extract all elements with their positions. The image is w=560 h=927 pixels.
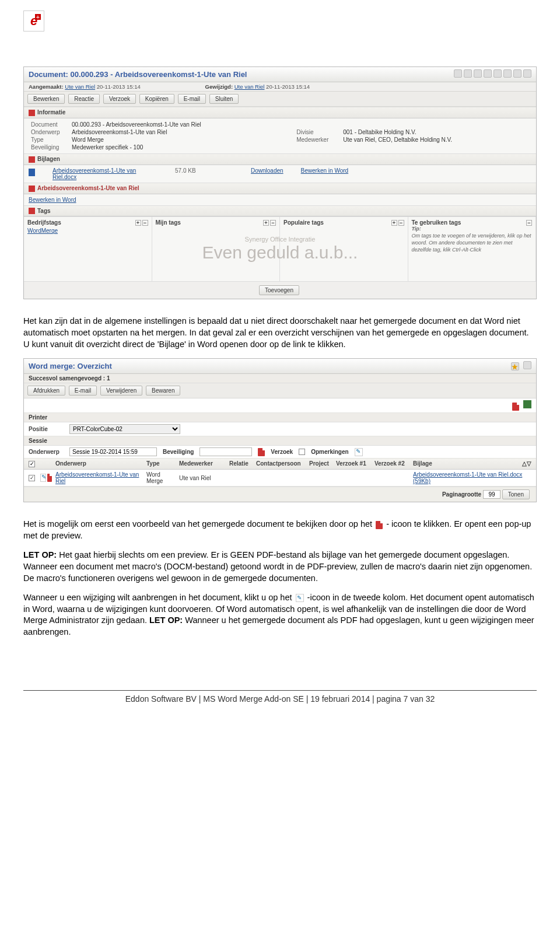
opmerkingen-label: Opmerkingen	[311, 449, 348, 455]
label-beveiliging: Beveiliging	[29, 144, 69, 151]
icon-generic[interactable]	[454, 69, 462, 78]
minus-icon[interactable]: −	[526, 220, 532, 226]
gewijzigd-date: 20-11-2013 15:14	[266, 83, 310, 90]
pdf-icon[interactable]	[512, 403, 519, 411]
value-onderwerp: Arbeidsovereenkomst-1-Ute van Riel	[69, 128, 294, 136]
label-medewerker: Medewerker	[294, 136, 341, 144]
row-bijlage-link[interactable]: Arbeidsovereenkomst-1-Ute van Riel.docx …	[413, 471, 522, 484]
sluiten-button[interactable]: Sluiten	[209, 94, 239, 104]
edit-icon[interactable]	[355, 448, 363, 456]
onderwerp-input[interactable]	[69, 447, 157, 456]
th-type: Type	[146, 460, 176, 467]
edit-icon[interactable]	[40, 474, 46, 482]
logo-plus-icon: +	[35, 14, 41, 20]
bewerken-button[interactable]: Bewerken	[27, 94, 65, 104]
selectall-checkbox[interactable]	[29, 461, 35, 467]
row-onderwerp-link[interactable]: Arbeidsovereenkomst-1-Ute van Riel	[55, 471, 139, 484]
kopieren-button[interactable]: Kopiëren	[139, 94, 174, 104]
row-checkbox[interactable]	[29, 475, 35, 481]
collapse-icon[interactable]	[29, 186, 35, 192]
para-2: Het is mogelijk om eerst een voorbeeld v…	[23, 519, 537, 541]
icon-generic[interactable]	[484, 69, 492, 78]
sort-icon[interactable]: △▽	[522, 460, 531, 467]
value-type: Word Merge	[69, 136, 294, 144]
th-bijlage: Bijlage	[413, 460, 519, 467]
verzoek-checkbox[interactable]	[299, 449, 305, 455]
attachment-size: 57.0 KB	[175, 167, 233, 174]
excel-icon[interactable]	[523, 400, 531, 408]
para-1: Het kan zijn dat in de algemene instelli…	[23, 316, 537, 350]
attachment-link[interactable]: Arbeidsovereenkomst-1-Ute van Riel.docx	[52, 167, 158, 180]
plus-icon[interactable]: +	[391, 220, 397, 226]
tip-body: Om tags toe te voegen of te verwijderen,…	[412, 233, 531, 252]
close-icon[interactable]	[523, 361, 531, 369]
positie-select[interactable]: PRT-ColorCube-02	[69, 424, 180, 434]
word-file-icon	[29, 169, 35, 176]
icon-generic[interactable]	[464, 69, 472, 78]
plus-icon[interactable]: +	[135, 220, 141, 226]
sessie-section: Sessie	[24, 436, 536, 446]
aangemaakt-date: 20-11-2013 15:14	[97, 83, 141, 90]
value-document: 00.000.293 - Arbeidsovereenkomst-1-Ute v…	[69, 121, 294, 128]
table-row: Arbeidsovereenkomst-1-Ute van Riel Word …	[24, 470, 536, 487]
tonen-button[interactable]: Tonen	[502, 489, 530, 499]
th-medewerker: Medewerker	[179, 460, 226, 467]
bewerken-word-link[interactable]: Bewerken in Word	[301, 167, 349, 174]
tag-head-populaire: Populaire tags	[284, 219, 324, 226]
section-informatie: Informatie	[37, 109, 65, 116]
icon-generic[interactable]	[503, 69, 512, 78]
th-verzoek2: Verzoek #2	[374, 460, 410, 467]
reactie-button[interactable]: Reactie	[68, 94, 100, 104]
minus-icon[interactable]: −	[398, 220, 404, 226]
verzoek-button[interactable]: Verzoek	[103, 94, 136, 104]
beveiliging-input[interactable]	[200, 447, 252, 456]
tag-head-mijntags: Mijn tags	[156, 219, 181, 226]
minus-icon[interactable]: −	[270, 220, 276, 226]
value-medewerker: Ute van Riel, CEO, Deltabike Holding N.V…	[341, 136, 531, 144]
section-doc-title: Arbeidsovereenkomst-1-Ute van Riel	[37, 185, 139, 191]
screenshot-document: Document: 00.000.293 - Arbeidsovereenkom…	[23, 67, 537, 299]
tagcol-populaire: Populaire tags+−	[280, 217, 408, 281]
verzoek-label: Verzoek	[271, 449, 293, 455]
tagcol-bedrijfstags: Bedrijfstags+− WordMerge	[24, 217, 152, 281]
gewijzigd-user-link[interactable]: Ute van Riel	[235, 83, 265, 90]
pdf-icon[interactable]	[47, 474, 52, 482]
plus-icon[interactable]: +	[263, 220, 269, 226]
collapse-icon[interactable]	[29, 110, 35, 116]
icon-generic[interactable]	[494, 69, 502, 78]
row-medewerker: Ute van Riel	[179, 475, 226, 481]
aangemaakt-user-link[interactable]: Ute van Riel	[65, 83, 95, 90]
th-contactpersoon: Contactpersoon	[256, 460, 306, 467]
tip-head: Tip:	[412, 226, 421, 232]
toevoegen-button[interactable]: Toevoegen	[259, 285, 299, 295]
collapse-icon[interactable]	[29, 208, 35, 214]
email-button[interactable]: E-mail	[178, 94, 206, 104]
icon-generic[interactable]	[474, 69, 482, 78]
pager-label: Paginagrootte	[442, 491, 481, 498]
download-link[interactable]: Downloaden	[251, 167, 284, 174]
verwijderen-button[interactable]: Verwijderen	[100, 386, 142, 396]
para-3: LET OP: Het gaat hierbij slechts om een …	[23, 550, 537, 584]
label-type: Type	[29, 136, 69, 144]
star-icon[interactable]: ★	[511, 362, 519, 370]
success-message: Succesvol samengevoegd : 1	[24, 374, 536, 383]
tag-wordmerge[interactable]: WordMerge	[27, 228, 148, 234]
printer-section: Printer	[24, 413, 536, 422]
label-divisie: Divisie	[294, 128, 341, 136]
wm-title: Word merge: Overzicht	[29, 362, 112, 370]
collapse-icon[interactable]	[29, 156, 35, 163]
screenshot-wordmerge-overzicht: Word merge: Overzicht ★ Succesvol sameng…	[23, 358, 537, 502]
th-relatie: Relatie	[229, 460, 253, 467]
tagcol-mijntags: Mijn tags+−	[152, 217, 281, 281]
bewerken-in-word-link[interactable]: Bewerken in Word	[29, 197, 76, 203]
pdf-icon	[376, 521, 383, 529]
pdf-icon[interactable]	[258, 448, 265, 456]
afdrukken-button[interactable]: Afdrukken	[27, 386, 65, 396]
email-button[interactable]: E-mail	[69, 386, 97, 396]
minus-icon[interactable]: −	[142, 220, 148, 226]
pager-input[interactable]	[483, 490, 501, 499]
doc-title: Document: 00.000.293 - Arbeidsovereenkom…	[29, 70, 247, 79]
icon-generic[interactable]	[513, 69, 522, 78]
bewaren-button[interactable]: Bewaren	[146, 386, 180, 396]
icon-generic[interactable]	[523, 69, 531, 78]
